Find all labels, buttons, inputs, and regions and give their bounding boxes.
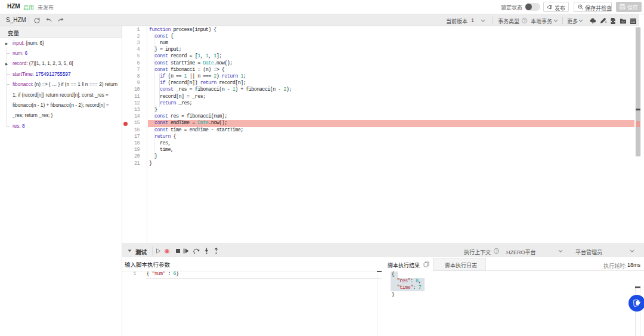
svg-text:?: ? (524, 19, 526, 23)
svg-text:?: ? (496, 249, 498, 253)
